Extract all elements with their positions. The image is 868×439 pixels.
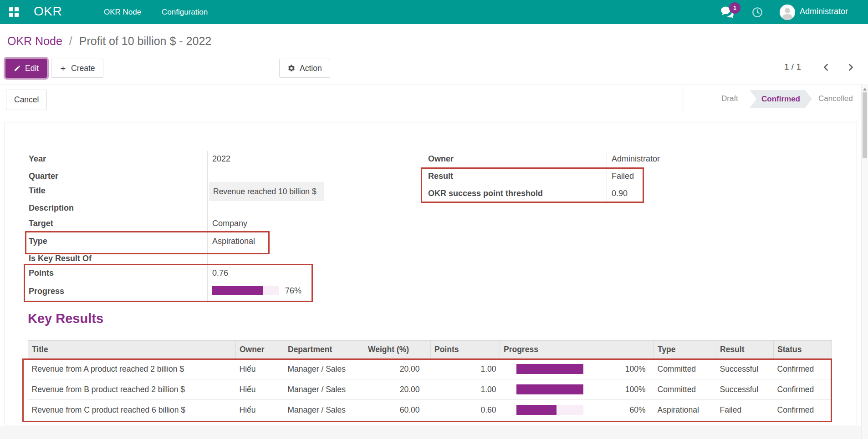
breadcrumb-separator: / xyxy=(66,35,76,47)
page-bottom-strip xyxy=(0,426,868,439)
field-value-target: Company xyxy=(212,217,247,229)
cell-points: 1.00 xyxy=(431,379,500,400)
cell-department: Manager / Sales xyxy=(284,400,364,420)
app-brand[interactable]: OKR xyxy=(34,4,62,19)
control-panel-divider xyxy=(0,85,868,85)
row-progress-bar-fill xyxy=(516,364,583,374)
field-value-type: Aspirational xyxy=(212,235,255,247)
action-button[interactable]: Action xyxy=(279,59,330,78)
field-label-progress: Progress xyxy=(29,285,64,297)
breadcrumb-current: Profit of 10 billion $ - 2022 xyxy=(79,35,211,47)
edit-button-label: Edit xyxy=(25,64,39,73)
field-label-year: Year xyxy=(29,153,46,165)
field-value-okr-success-point-threshold: 0.90 xyxy=(612,187,628,199)
key-results-table-header: Title Owner Department Weight (%) Points… xyxy=(28,341,832,359)
person-icon xyxy=(780,5,795,20)
column-header-result[interactable]: Result xyxy=(716,341,774,359)
user-avatar[interactable] xyxy=(780,5,795,20)
apps-menu-icon[interactable] xyxy=(9,7,19,17)
field-label-okr-success-point-threshold: OKR success point threshold xyxy=(428,187,543,199)
menu-okr-node[interactable]: OKR Node xyxy=(104,0,141,24)
cancel-button-label: Cancel xyxy=(14,95,39,105)
cell-type: Aspirational xyxy=(654,400,716,420)
cell-status: Confirmed xyxy=(774,379,832,400)
cell-title: Revenue from C product reached 6 billion… xyxy=(28,400,236,420)
column-header-progress[interactable]: Progress xyxy=(500,341,654,359)
cell-result: Successful xyxy=(716,359,774,379)
right-column-separator xyxy=(607,151,607,204)
status-stage-confirmed[interactable]: Confirmed xyxy=(750,90,812,108)
cancel-button[interactable]: Cancel xyxy=(6,90,47,110)
cell-type: Committed xyxy=(654,379,716,400)
scrollbar-up-arrow-icon[interactable] xyxy=(863,88,867,91)
user-name[interactable]: Administrator xyxy=(800,7,848,16)
field-label-type: Type xyxy=(29,235,47,247)
row-progress-percent: 100% xyxy=(625,364,646,374)
field-value-points: 0.76 xyxy=(212,267,228,279)
status-stage-cancelled[interactable]: Cancelled xyxy=(818,94,853,103)
key-results-heading: Key Results xyxy=(28,311,103,326)
cell-weight: 60.00 xyxy=(364,400,431,420)
cell-status: Confirmed xyxy=(774,359,832,379)
progress-bar xyxy=(212,286,279,295)
cell-owner: Hiếu xyxy=(236,379,284,400)
column-header-type[interactable]: Type xyxy=(654,341,716,359)
vertical-scrollbar[interactable] xyxy=(861,85,868,439)
cell-department: Manager / Sales xyxy=(284,379,364,400)
row-progress-bar xyxy=(516,364,583,374)
cell-progress: 100% xyxy=(500,379,654,400)
cell-weight: 20.00 xyxy=(364,359,431,379)
key-result-row[interactable]: Revenue from B product reached 2 billion… xyxy=(28,379,832,400)
field-value-year: 2022 xyxy=(212,153,230,165)
row-progress-percent: 60% xyxy=(629,405,645,415)
okr-form-view: OKR OKR Node Configuration 1 Administrat… xyxy=(0,0,868,439)
cell-department: Manager / Sales xyxy=(284,359,364,379)
pager-next-button[interactable] xyxy=(842,59,859,76)
menu-configuration[interactable]: Configuration xyxy=(162,0,208,24)
top-navbar: OKR OKR Node Configuration 1 Administrat… xyxy=(0,0,868,24)
field-label-quarter: Quarter xyxy=(29,170,58,182)
progress-bar-fill xyxy=(212,286,263,295)
row-progress-bar-fill xyxy=(516,405,557,415)
cell-type: Committed xyxy=(654,359,716,379)
column-header-owner[interactable]: Owner xyxy=(236,341,284,359)
row-progress-percent: 100% xyxy=(625,385,646,394)
cell-progress: 100% xyxy=(500,359,654,379)
column-header-weight[interactable]: Weight (%) xyxy=(364,341,431,359)
cell-status: Confirmed xyxy=(774,400,832,420)
field-label-title: Title xyxy=(29,185,46,197)
field-value-title: Revenue reached 10 billion $ xyxy=(209,182,324,201)
row-progress-bar-fill xyxy=(516,384,583,394)
column-header-points[interactable]: Points xyxy=(431,341,500,359)
cell-points: 0.60 xyxy=(431,400,500,420)
pager-previous-button[interactable] xyxy=(818,59,834,76)
chevron-left-icon xyxy=(821,62,831,72)
statusbar-divider xyxy=(683,85,683,112)
key-results-table: Title Owner Department Weight (%) Points… xyxy=(28,340,832,420)
create-button[interactable]: Create xyxy=(51,59,103,78)
breadcrumb-parent-link[interactable]: OKR Node xyxy=(7,35,62,47)
breadcrumb: OKR Node / Profit of 10 billion $ - 2022 xyxy=(7,35,211,48)
column-header-title[interactable]: Title xyxy=(28,341,236,359)
field-label-is-key-result-of: Is Key Result Of xyxy=(29,252,92,264)
gear-icon xyxy=(287,64,296,72)
field-label-owner: Owner xyxy=(428,153,454,165)
chevron-right-icon xyxy=(846,62,856,72)
field-label-target: Target xyxy=(29,217,53,229)
left-column-separator xyxy=(207,151,208,301)
cell-result: Failed xyxy=(716,400,774,420)
column-header-department[interactable]: Department xyxy=(284,341,364,359)
column-header-status[interactable]: Status xyxy=(774,341,832,359)
status-stage-draft[interactable]: Draft xyxy=(721,94,738,103)
activities-clock-icon[interactable] xyxy=(751,6,763,20)
key-result-row[interactable]: Revenue from A product reached 2 billion… xyxy=(28,359,832,379)
cell-result: Successful xyxy=(716,379,774,400)
edit-button[interactable]: Edit xyxy=(5,59,47,78)
key-result-row[interactable]: Revenue from C product reached 6 billion… xyxy=(28,400,832,420)
plus-icon xyxy=(59,65,67,72)
row-progress-bar xyxy=(516,405,583,415)
scrollbar-thumb[interactable] xyxy=(863,92,867,158)
messages-count-badge: 1 xyxy=(729,2,740,14)
field-value-result: Failed xyxy=(612,170,634,182)
pager-count: 1 / 1 xyxy=(784,62,801,72)
